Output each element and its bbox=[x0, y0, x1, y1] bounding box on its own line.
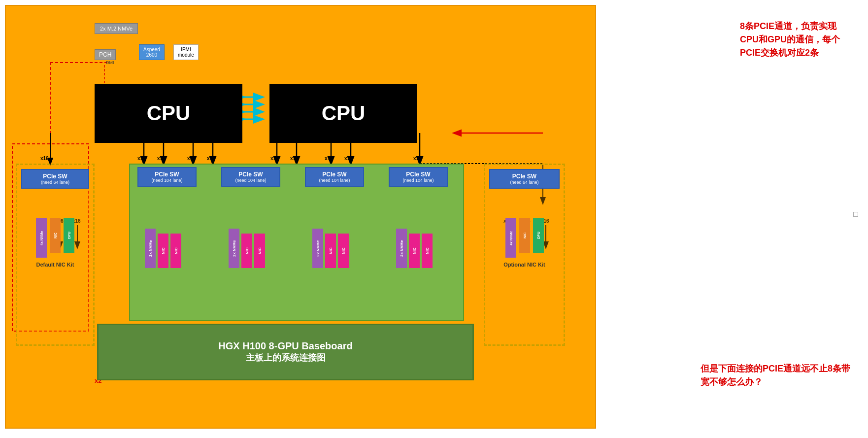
svg-text:x16: x16 bbox=[344, 156, 353, 161]
annotation-bandwidth-text: 但是下面连接的PCIE通道远不止8条带宽不够怎么办？ bbox=[701, 362, 853, 389]
annotation-pcie-right: 8条PCIE通道，负责实现CPU和GPU的通信，每个PCIE交换机对应2条 bbox=[740, 20, 853, 60]
hgx-subtitle: 主板上的系统连接图 bbox=[246, 352, 326, 364]
pcie-sw-3-label: PCIe SW bbox=[308, 171, 361, 178]
nic1-sw2: NIC bbox=[241, 234, 252, 268]
annotation-bandwidth: 但是下面连接的PCIE通道远不止8条带宽不够怎么办？ bbox=[701, 362, 853, 389]
nic2-sw4: NIC bbox=[422, 234, 433, 268]
pcie-sw-left-sublabel: (need 64 lane) bbox=[25, 180, 86, 185]
hgx-title: HGX H100 8-GPU Baseboard bbox=[218, 340, 352, 352]
main-diagram-container: x2 bbox=[5, 5, 596, 429]
nic1-sw4: NIC bbox=[409, 234, 420, 268]
pcie-sw-3-sublabel: (need 104 lane) bbox=[308, 178, 361, 183]
pcie-sw-2-sublabel: (need 104 lane) bbox=[225, 178, 277, 183]
nvme-left: 4x NVMe bbox=[36, 218, 47, 258]
optional-nic-kit: PCIe SW (need 64 lane) 4x NVMe NIC DPU O… bbox=[484, 164, 565, 346]
m2-nmve-box: 2x M.2 NMVe bbox=[95, 23, 138, 34]
pch-box: PCH bbox=[95, 49, 116, 60]
annotation-pcie-text: 8条PCIE通道，负责实现CPU和GPU的通信，每个PCIE交换机对应2条 bbox=[740, 20, 853, 60]
nvme-sw1: 2x NVMe bbox=[145, 229, 156, 268]
nic-right: NIC bbox=[519, 218, 530, 253]
svg-text:x16: x16 bbox=[157, 156, 166, 161]
svg-text:x16: x16 bbox=[40, 156, 49, 161]
cpu2-box: CPU bbox=[269, 84, 417, 143]
pcie-sw-4: PCIe SW (need 104 lane) bbox=[389, 167, 448, 187]
dmi-label: DMI bbox=[106, 60, 114, 65]
pcie-sw-1: PCIe SW (need 104 lane) bbox=[137, 167, 197, 187]
pcie-sw-3: PCIe SW (need 104 lane) bbox=[305, 167, 364, 187]
pcie-sw-4-sublabel: (need 104 lane) bbox=[392, 178, 444, 183]
ipmi-box: IPMI module bbox=[173, 44, 199, 60]
pcie-sw-right-label: PCIe SW bbox=[493, 173, 556, 180]
nic2-sw2: NIC bbox=[254, 234, 265, 268]
svg-text:x16: x16 bbox=[207, 156, 215, 161]
nvme-sw3: 2x NVMe bbox=[312, 229, 323, 268]
nic1-sw3: NIC bbox=[325, 234, 336, 268]
svg-text:x16: x16 bbox=[413, 156, 422, 161]
pcie-sw-right: PCIe SW (need 64 lane) bbox=[489, 169, 560, 189]
svg-text:x16: x16 bbox=[137, 156, 146, 161]
dpu-right: DPU bbox=[533, 218, 544, 253]
default-nic-kit-label: Default NIC Kit bbox=[21, 262, 89, 268]
green-switches-area: PCIe SW (need 104 lane) PCIe SW (need 10… bbox=[129, 164, 464, 321]
pcie-sw-left-label: PCIe SW bbox=[25, 173, 86, 180]
pcie-sw-2: PCIe SW (need 104 lane) bbox=[221, 167, 280, 187]
nic1-sw1: NIC bbox=[158, 234, 168, 268]
nvme-right: 4x NVMe bbox=[505, 218, 516, 258]
pcie-sw-1-label: PCIe SW bbox=[141, 171, 193, 178]
pcie-sw-right-sublabel: (need 64 lane) bbox=[493, 180, 556, 185]
svg-text:x16: x16 bbox=[187, 156, 196, 161]
pcie-sw-4-label: PCIe SW bbox=[392, 171, 444, 178]
cpu1-box: CPU bbox=[95, 84, 242, 143]
aspeed-box: Aspeed 2600 bbox=[139, 44, 165, 60]
nic-left: NIC bbox=[50, 218, 61, 253]
hgx-baseboard: HGX H100 8-GPU Baseboard 主板上的系统连接图 bbox=[97, 324, 474, 380]
pcie-sw-2-label: PCIe SW bbox=[225, 171, 277, 178]
nic2-sw1: NIC bbox=[170, 234, 181, 268]
dpu-left: DPU bbox=[64, 218, 74, 253]
svg-text:x16: x16 bbox=[270, 156, 279, 161]
nvme-sw2: 2x NVMe bbox=[229, 229, 239, 268]
nvme-sw4: 2x NVMe bbox=[396, 229, 407, 268]
pcie-sw-left: PCIe SW (need 64 lane) bbox=[21, 169, 89, 189]
svg-text:x16: x16 bbox=[290, 156, 299, 161]
svg-text:x16: x16 bbox=[325, 156, 333, 161]
nic2-sw3: NIC bbox=[338, 234, 349, 268]
default-nic-kit: PCIe SW (need 64 lane) 4x NVMe NIC DPU D… bbox=[16, 164, 95, 346]
pcie-sw-1-sublabel: (need 104 lane) bbox=[141, 178, 193, 183]
scroll-indicator bbox=[853, 212, 858, 217]
optional-nic-kit-label: Optional NIC Kit bbox=[489, 262, 560, 268]
diagram-wrapper: x2 bbox=[11, 11, 592, 425]
